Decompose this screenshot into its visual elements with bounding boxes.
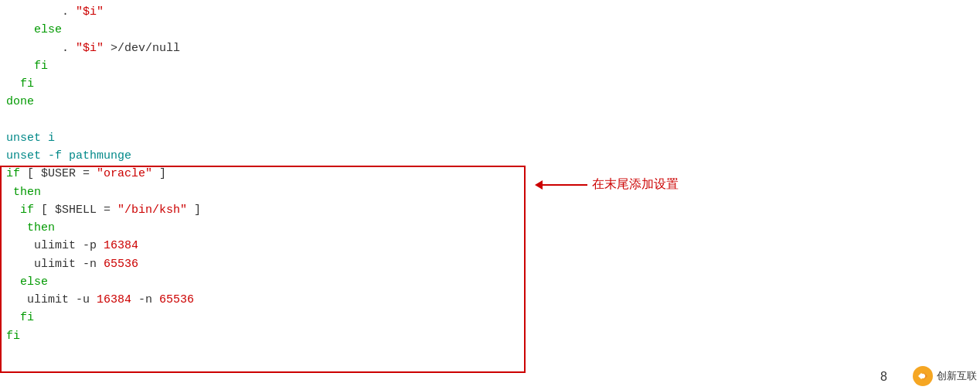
logo-icon <box>912 365 934 387</box>
code-line: ulimit -p 16384 <box>6 237 535 255</box>
page-number: 8 <box>880 370 887 384</box>
code-line: if [ $USER = "oracle" ] <box>6 165 535 183</box>
code-line: fi <box>6 309 535 327</box>
code-line: fi <box>6 57 535 75</box>
code-line: else <box>6 21 535 39</box>
code-line: done <box>6 93 535 111</box>
code-line: fi <box>6 327 535 345</box>
code-line: then <box>6 183 535 201</box>
annotation: 在末尾添加设置 <box>541 176 679 193</box>
logo-area: 创新互联 <box>912 365 977 387</box>
annotation-text: 在末尾添加设置 <box>592 176 679 193</box>
code-line: then <box>6 219 535 237</box>
code-line: . "$i" <box>6 3 535 21</box>
code-line: ulimit -u 16384 -n 65536 <box>6 291 535 309</box>
arrow-icon <box>541 184 587 186</box>
code-line: fi <box>6 75 535 93</box>
code-line <box>6 111 535 129</box>
code-area: . "$i" else . "$i" >/dev/null fi fi done… <box>0 0 541 390</box>
code-line: ulimit -n 65536 <box>6 255 535 273</box>
code-line: unset -f pathmunge <box>6 147 535 165</box>
code-line: if [ $SHELL = "/bin/ksh" ] <box>6 201 535 219</box>
svg-point-1 <box>920 374 925 378</box>
code-line: unset i <box>6 129 535 147</box>
logo-text: 创新互联 <box>937 369 977 383</box>
code-line: else <box>6 273 535 291</box>
code-line: . "$i" >/dev/null <box>6 39 535 57</box>
